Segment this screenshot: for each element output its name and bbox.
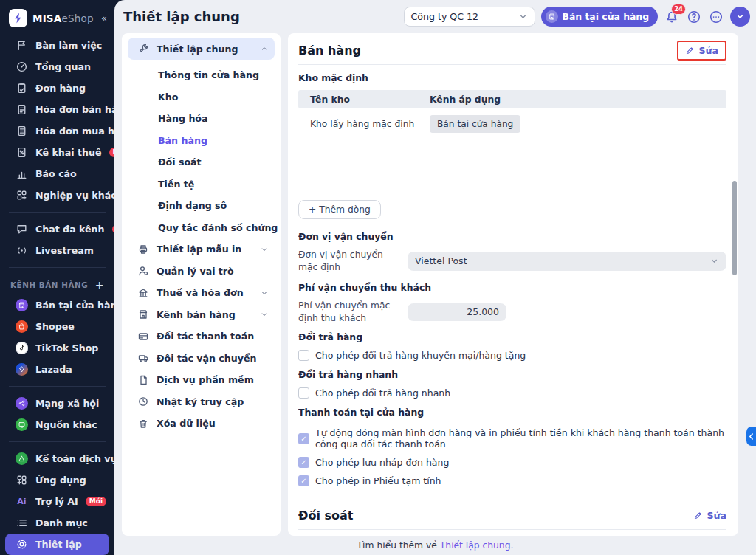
sidebar-item-hoa-don-ban-hang[interactable]: Hóa đơn bán hàng [5, 99, 109, 120]
item-icon [16, 189, 28, 201]
shipping-fee-input[interactable] [408, 303, 506, 321]
settings-item-quy-tac-danh-so-chung-tu[interactable]: Quy tắc đánh số chứng từ [128, 217, 275, 239]
checkbox-auto-close-order[interactable] [298, 433, 309, 444]
chevron-icon [260, 44, 269, 53]
sidebar-item-ke-khai-thue[interactable]: Kê khai thuế Mới [5, 142, 109, 163]
item-label: Shopee [35, 321, 75, 332]
user-avatar[interactable] [730, 7, 750, 27]
vertical-scrollbar[interactable] [732, 181, 737, 275]
settings-item-kenh-ban-hang[interactable]: Kênh bán hàng [128, 304, 275, 326]
add-row-button[interactable]: + Thêm dòng [298, 200, 381, 219]
settings-item-nhat-ky-truy-cap[interactable]: Nhật ký truy cập [128, 391, 275, 413]
section-title-sales: Bán hàng [298, 44, 361, 58]
item-label: Nghiệp vụ khác [35, 190, 114, 201]
sidebar-item-tiktok-shop[interactable]: TikTok Shop [5, 337, 109, 359]
divider [9, 386, 106, 387]
sidebar-item-ban-tai-cua-hang[interactable]: Bán tại cửa hàng [5, 294, 109, 316]
item-label: Nhật ký truy cập [157, 396, 244, 407]
item-icon [16, 61, 28, 73]
channel-button[interactable]: Bán tại cửa hàng [541, 7, 659, 27]
shipping-fee-heading: Phí vận chuyển thu khách [298, 282, 726, 293]
checkbox-save-draft-order[interactable] [298, 457, 309, 468]
item-label: Chat đa kênh [35, 224, 105, 235]
sidebar-item-mang-xa-hoi[interactable]: Mạng xã hội [5, 393, 109, 414]
settings-item-tien-te[interactable]: Tiền tệ [128, 173, 275, 196]
footer-text: Tìm hiểu thêm về [357, 540, 437, 551]
add-channel-button[interactable]: + [95, 279, 104, 291]
checkbox-print-provisional[interactable] [298, 475, 309, 486]
sidebar-item-shopee[interactable]: Shopee [5, 316, 109, 337]
checkbox-label: Cho phép in Phiếu tạm tính [315, 475, 441, 486]
notifications-bell-icon[interactable]: 24 [664, 9, 680, 25]
settings-item-ban-hang[interactable]: Bán hàng [128, 130, 275, 152]
settings-item-quan-ly-vai-tro[interactable]: Quản lý vai trò [128, 261, 275, 283]
checkbox-label: Cho phép đổi trả hàng khuyến mại/hàng tặ… [315, 350, 526, 361]
top-header: Thiết lập chung Công ty QC 12 Bán tại cử… [114, 0, 756, 33]
item-label: Báo cáo [35, 168, 77, 179]
help-icon[interactable] [686, 9, 702, 25]
divider [298, 529, 726, 530]
item-icon [16, 168, 28, 180]
settings-item-xoa-du-lieu[interactable]: Xóa dữ liệu [128, 413, 275, 435]
sidebar-item-tong-quan[interactable]: Tổng quan [5, 56, 109, 77]
edit-sales-button[interactable]: Sửa [685, 45, 718, 56]
sidebar-item-don-hang[interactable]: Đơn hàng [5, 77, 109, 99]
sidebar-item-nghiep-vu-khac[interactable]: Nghiệp vụ khác [5, 185, 109, 206]
item-label: Kho [158, 92, 178, 103]
item-icon [16, 452, 28, 465]
item-icon [16, 363, 28, 376]
more-options-icon[interactable] [708, 9, 724, 25]
settings-item-thong-tin-cua-hang[interactable]: Thông tin cửa hàng [128, 64, 275, 86]
settings-item-dich-vu-phan-mem[interactable]: Dịch vụ phần mềm [128, 369, 275, 391]
sidebar-item-tro-ly-ai[interactable]: Ai Trợ lý AI Mới [5, 491, 109, 512]
default-warehouse-heading: Kho mặc định [298, 72, 726, 83]
sidebar-item-ke-toan-dich-vu[interactable]: Kế toán dịch vụ [5, 448, 109, 469]
settings-item-thiet-lap-mau-in[interactable]: Thiết lập mẫu in [128, 238, 275, 261]
item-icon [16, 299, 28, 311]
sidebar-item-thiet-lap[interactable]: Thiết lập [5, 534, 109, 555]
item-label: Đối tác thanh toán [157, 331, 254, 342]
settings-item-doi-soat[interactable]: Đối soát [128, 151, 275, 173]
settings-item-hang-hoa[interactable]: Hàng hóa [128, 108, 275, 130]
sidebar-item-bao-cao[interactable]: Báo cáo [5, 163, 109, 185]
item-label: Tổng quan [35, 61, 91, 72]
settings-item-dinh-dang-so[interactable]: Định dạng số [128, 195, 275, 217]
company-selector[interactable]: Công ty QC 12 [404, 7, 535, 27]
settings-item-kho[interactable]: Kho [128, 86, 275, 108]
sidebar-item-lazada[interactable]: Lazada [5, 359, 109, 380]
table-header: Tên kho Kênh áp dụng [298, 90, 726, 108]
checkbox-returns-promo[interactable] [298, 350, 309, 361]
item-label: Dịch vụ phần mềm [157, 374, 254, 385]
sidebar-item-ung-dung[interactable]: Ứng dụng [5, 469, 109, 491]
settings-item-doi-tac-van-chuyen[interactable]: Đối tác vận chuyển [128, 348, 275, 370]
sidebar-item-nguon-khac[interactable]: Nguồn khác [5, 414, 109, 435]
shipping-carrier-select[interactable]: Viettel Post [408, 252, 726, 271]
sidebar-item-hoa-don-mua-hang[interactable]: Hóa đơn mua hàng [5, 120, 109, 142]
settings-item-thiet-lap-chung[interactable]: Thiết lập chung [128, 38, 275, 60]
divider [9, 441, 106, 442]
item-icon [137, 374, 149, 386]
item-label: Thiết lập chung [157, 44, 238, 55]
settings-item-thue-va-hoa-don[interactable]: Thuế và hóa đơn [128, 282, 275, 304]
sidebar-item-ban-lam-viec[interactable]: Bàn làm việc [5, 35, 109, 56]
checkbox-quick-returns[interactable] [298, 387, 309, 399]
sidebar-collapse-button[interactable]: « [101, 13, 107, 24]
store-icon [546, 10, 558, 23]
shipping-fee-label: Phí vận chuyển mặc định thu khách [298, 300, 402, 324]
item-icon [16, 474, 28, 486]
footer: Tìm hiểu thêm về Thiết lập chung. [114, 536, 756, 555]
channel-chip: Bán tại cửa hàng [430, 115, 520, 133]
store-payment-heading: Thanh toán tại cửa hàng [298, 407, 726, 418]
item-label: Kênh bán hàng [157, 309, 236, 320]
item-label: Định dạng số [158, 200, 227, 211]
settings-item-doi-tac-thanh-toan[interactable]: Đối tác thanh toán [128, 325, 275, 348]
item-label: Livestream [35, 245, 94, 256]
sidebar-item-chat-da-kenh[interactable]: Chat đa kênh 99+ [5, 218, 109, 240]
sidebar-item-livestream[interactable]: Livestream [5, 240, 109, 261]
item-label: Bàn làm việc [35, 40, 102, 51]
collapse-panel-handle[interactable] [746, 427, 756, 446]
item-icon [16, 517, 28, 529]
edit-reconciliation-button[interactable]: Sửa [693, 510, 726, 521]
sidebar-item-danh-muc[interactable]: Danh mục [5, 512, 109, 534]
footer-link[interactable]: Thiết lập chung. [440, 540, 514, 551]
